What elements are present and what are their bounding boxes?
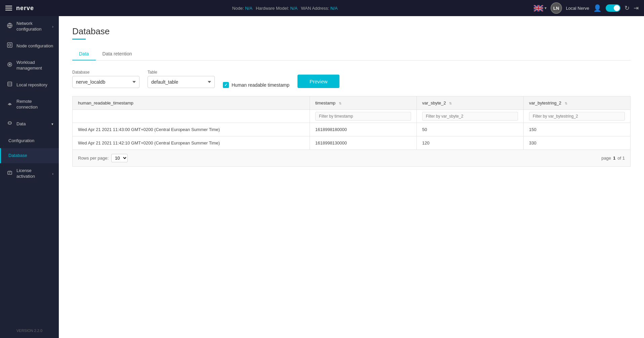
sort-icon[interactable]: ⇅	[565, 101, 567, 105]
cell-sbyte-1: 50	[416, 123, 523, 136]
sidebar-item-node-configuration[interactable]: Node configuration	[0, 37, 59, 55]
pagination: Rows per page: 10 25 50 page 1 of	[73, 150, 630, 166]
table-row: Wed Apr 21 2021 11:43:00 GMT+0200 (Centr…	[73, 123, 631, 136]
tab-data-retention[interactable]: Data retention	[96, 48, 139, 60]
svg-rect-4	[9, 44, 11, 46]
sort-icon[interactable]: ⇅	[449, 101, 452, 105]
database-select[interactable]: nerve_localdb	[72, 76, 139, 88]
data-icon	[6, 120, 13, 128]
filter-sbyte-input[interactable]	[422, 112, 518, 121]
sidebar-label: Configuration	[8, 138, 34, 144]
repo-icon	[6, 81, 13, 89]
license-icon	[6, 169, 13, 178]
wan-value: N/A	[330, 6, 338, 11]
header-right: ▾ LN Local Nerve 👤 ↻ ⇥	[534, 2, 639, 14]
table-group: Table default_table	[148, 70, 215, 88]
chevron-icon: ▾	[51, 122, 53, 126]
sort-icon[interactable]: ⇅	[339, 101, 341, 105]
svg-point-7	[9, 104, 10, 105]
rows-per-page-label: Rows per page:	[78, 156, 109, 161]
sidebar-item-data[interactable]: Data ▾	[0, 115, 59, 133]
sidebar-item-configuration[interactable]: Configuration	[0, 133, 59, 149]
table-label: Table	[148, 70, 215, 75]
cell-timestamp-1: 1618998180000	[310, 123, 417, 136]
chevron-icon: ›	[52, 171, 53, 176]
table-row: Wed Apr 21 2021 11:42:10 GMT+0200 (Centr…	[73, 136, 631, 150]
sidebar-item-remote-connection[interactable]: Remote connection	[0, 94, 59, 115]
cell-hrt-1: Wed Apr 21 2021 11:43:00 GMT+0200 (Centr…	[73, 123, 310, 136]
chevron-icon: ›	[52, 24, 53, 29]
table-select[interactable]: default_table	[148, 76, 215, 88]
cell-sbyte-2: 120	[416, 136, 523, 150]
checkbox-label: Human readable timestamp	[232, 82, 289, 88]
filter-row	[73, 110, 631, 123]
table-body: Wed Apr 21 2021 11:43:00 GMT+0200 (Centr…	[73, 123, 631, 150]
filter-bytestring-input[interactable]	[529, 112, 625, 121]
wan-label: WAN Address:	[301, 6, 329, 11]
pagination-row: Rows per page: 10 25 50 page 1 of	[73, 150, 631, 167]
filter-timestamp-input[interactable]	[315, 112, 411, 121]
sidebar-label: Workload management	[16, 60, 53, 71]
col-label: var_bytestring_2	[529, 100, 561, 105]
data-table: human_readable_timestamp timestamp ⇅ var…	[72, 96, 631, 167]
table-header-row: human_readable_timestamp timestamp ⇅ var…	[73, 96, 631, 110]
sidebar-item-workload-management[interactable]: Workload management	[0, 55, 59, 76]
hardware-value: N/A	[290, 6, 297, 11]
svg-rect-3	[7, 43, 12, 47]
node-icon	[6, 42, 13, 50]
main-content: Database Data Data retention Database ne…	[59, 16, 644, 338]
col-var-sbyte-2: var_sbyte_2 ⇅	[416, 96, 523, 110]
layout: Network configuration › Node configurati…	[0, 16, 644, 338]
tabs: Data Data retention	[72, 48, 631, 60]
filter-cell-bytestring	[523, 110, 630, 123]
sidebar-label: Remote connection	[16, 99, 53, 110]
flag-icon	[534, 5, 543, 11]
sidebar-label: Network configuration	[16, 21, 49, 32]
page-title: Database	[72, 26, 631, 37]
timestamp-checkbox-group[interactable]: Human readable timestamp	[223, 82, 289, 88]
rows-per-page-select[interactable]: 10 25 50	[111, 154, 128, 162]
col-label: timestamp	[315, 100, 335, 105]
cell-timestamp-2: 1618998130000	[310, 136, 417, 150]
sidebar-item-network-configuration[interactable]: Network configuration ›	[0, 16, 59, 37]
sidebar-item-local-repository[interactable]: Local repository	[0, 76, 59, 94]
sidebar-item-database[interactable]: Database	[0, 148, 59, 163]
language-selector[interactable]: ▾	[534, 5, 547, 11]
sidebar-label: Node configuration	[16, 43, 53, 49]
filter-cell-hrt	[73, 110, 310, 123]
user-icon[interactable]: 👤	[593, 4, 602, 12]
hardware-label: Hardware Model:	[256, 6, 289, 11]
top-header: nerve Node: N/A Hardware Model: N/A WAN …	[0, 0, 644, 16]
sidebar-item-license-activation[interactable]: License activation ›	[0, 163, 59, 184]
node-label: Node:	[232, 6, 244, 11]
header-center: Node: N/A Hardware Model: N/A WAN Addres…	[36, 6, 534, 11]
remote-icon	[6, 100, 13, 109]
svg-rect-6	[8, 82, 12, 86]
page-label: page	[601, 156, 611, 161]
tab-data[interactable]: Data	[72, 48, 96, 60]
refresh-icon[interactable]: ↻	[625, 4, 630, 12]
total-pages: of 1	[617, 156, 625, 161]
filter-cell-timestamp	[310, 110, 417, 123]
page-title-underline	[72, 39, 86, 40]
nerve-logo: nerve	[16, 3, 36, 14]
logout-icon[interactable]: ⇥	[634, 4, 639, 12]
cell-bytestring-2: 330	[523, 136, 630, 150]
version-label: VERSION 2.2.0	[0, 323, 59, 338]
toggle-switch[interactable]	[606, 4, 620, 12]
network-icon	[6, 22, 13, 31]
cell-hrt-2: Wed Apr 21 2021 11:42:10 GMT+0200 (Centr…	[73, 136, 310, 150]
database-label: Database	[72, 70, 139, 75]
col-var-bytestring-2: var_bytestring_2 ⇅	[523, 96, 630, 110]
hamburger-menu[interactable]	[5, 6, 12, 10]
header-left: nerve	[5, 3, 36, 14]
col-label: human_readable_timestamp	[78, 100, 133, 105]
timestamp-checkbox[interactable]	[223, 82, 229, 88]
col-timestamp: timestamp ⇅	[310, 96, 417, 110]
cell-bytestring-1: 150	[523, 123, 630, 136]
database-group: Database nerve_localdb	[72, 70, 139, 88]
preview-button[interactable]: Preview	[297, 75, 339, 88]
workload-icon	[6, 61, 13, 70]
rows-per-page: Rows per page: 10 25 50	[78, 154, 128, 162]
col-human-readable-timestamp: human_readable_timestamp	[73, 96, 310, 110]
